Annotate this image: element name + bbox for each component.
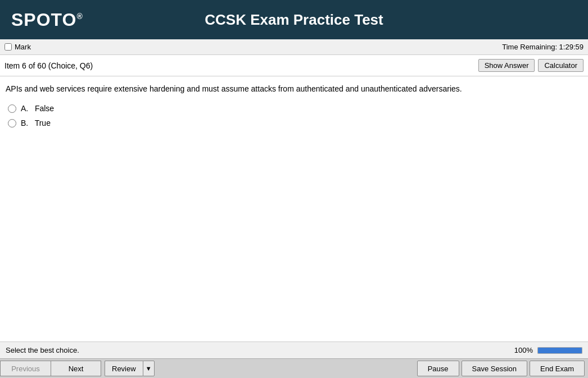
show-answer-button[interactable]: Show Answer bbox=[478, 59, 535, 72]
item-info: Item 6 of 60 (Choice, Q6) bbox=[4, 61, 93, 70]
option-a-text: False bbox=[35, 104, 54, 113]
option-a-label[interactable]: A. False bbox=[21, 104, 54, 113]
end-exam-button[interactable]: End Exam bbox=[530, 361, 585, 376]
progress-bar-container bbox=[537, 347, 582, 354]
radio-b[interactable] bbox=[8, 119, 16, 127]
review-button[interactable]: Review bbox=[105, 361, 143, 376]
calculator-button[interactable]: Calculator bbox=[538, 59, 584, 72]
mark-checkbox[interactable] bbox=[4, 43, 12, 51]
mark-label: Mark bbox=[4, 43, 31, 51]
option-b: B. True bbox=[8, 119, 577, 127]
bottom-right-buttons: Pause Save Session End Exam bbox=[417, 361, 588, 376]
main-content: APIs and web services require extensive … bbox=[0, 76, 588, 341]
item-buttons: Show Answer Calculator bbox=[478, 59, 584, 72]
mark-bar: Mark Time Remaining: 1:29:59 bbox=[0, 39, 588, 55]
progress-area: 100% bbox=[514, 346, 582, 354]
option-b-text: True bbox=[35, 119, 51, 127]
save-session-button[interactable]: Save Session bbox=[462, 361, 528, 376]
question-text: APIs and web services require extensive … bbox=[6, 83, 577, 95]
progress-bar-fill bbox=[538, 348, 582, 353]
logo: SPOTO® bbox=[11, 10, 83, 30]
page-title: CCSK Exam Practice Test bbox=[205, 11, 383, 29]
header: SPOTO® CCSK Exam Practice Test bbox=[0, 0, 588, 39]
status-text: Select the best choice. bbox=[6, 346, 79, 354]
pause-button[interactable]: Pause bbox=[417, 361, 459, 376]
status-bar: Select the best choice. 100% bbox=[0, 341, 588, 358]
radio-a[interactable] bbox=[8, 104, 16, 113]
previous-button[interactable]: Previous bbox=[0, 361, 51, 376]
review-dropdown-button[interactable]: ▼ bbox=[143, 361, 155, 376]
next-button[interactable]: Next bbox=[51, 361, 101, 376]
time-remaining: Time Remaining: 1:29:59 bbox=[502, 43, 584, 51]
bottom-left-buttons: Previous Next Review ▼ bbox=[0, 361, 155, 376]
option-b-id: B. bbox=[21, 119, 33, 127]
progress-percentage: 100% bbox=[514, 346, 533, 354]
option-a: A. False bbox=[8, 104, 577, 113]
review-button-container: Review ▼ bbox=[105, 361, 155, 376]
option-b-label[interactable]: B. True bbox=[21, 119, 51, 127]
option-a-id: A. bbox=[21, 104, 33, 113]
item-header: Item 6 of 60 (Choice, Q6) Show Answer Ca… bbox=[0, 55, 588, 76]
bottom-nav: Previous Next Review ▼ Pause Save Sessio… bbox=[0, 358, 588, 378]
options-list: A. False B. True bbox=[8, 104, 577, 127]
